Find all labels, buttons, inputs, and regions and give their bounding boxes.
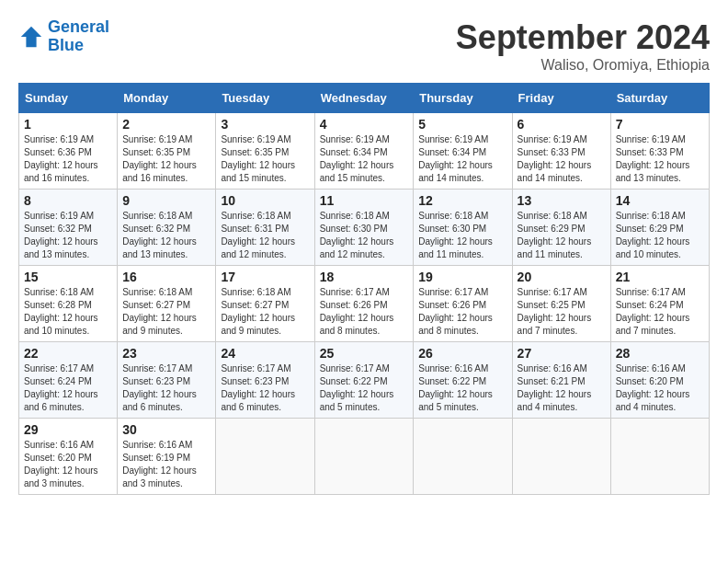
day-cell: 27 Sunrise: 6:16 AMSunset: 6:21 PMDaylig… [512, 342, 610, 419]
logo-icon [18, 24, 44, 50]
day-cell [314, 419, 414, 495]
day-detail: Sunrise: 6:19 AMSunset: 6:34 PMDaylight:… [418, 134, 493, 183]
day-cell: 4 Sunrise: 6:19 AMSunset: 6:34 PMDayligh… [314, 113, 414, 190]
location-title: Waliso, Oromiya, Ethiopia [456, 57, 710, 74]
day-number: 11 [320, 193, 409, 208]
calendar-header-row: SundayMondayTuesdayWednesdayThursdayFrid… [19, 84, 710, 113]
day-cell: 15 Sunrise: 6:18 AMSunset: 6:28 PMDaylig… [19, 266, 118, 342]
day-cell: 12 Sunrise: 6:18 AMSunset: 6:30 PMDaylig… [414, 190, 512, 266]
day-cell [512, 419, 610, 495]
col-header-tuesday: Tuesday [216, 84, 314, 113]
day-cell: 6 Sunrise: 6:19 AMSunset: 6:33 PMDayligh… [512, 113, 610, 190]
month-title: September 2024 [456, 18, 710, 57]
day-detail: Sunrise: 6:19 AMSunset: 6:35 PMDaylight:… [221, 134, 295, 183]
day-detail: Sunrise: 6:18 AMSunset: 6:29 PMDaylight:… [518, 211, 592, 259]
day-detail: Sunrise: 6:17 AMSunset: 6:23 PMDaylight:… [122, 363, 197, 412]
day-number: 12 [418, 193, 506, 208]
day-number: 7 [616, 117, 704, 132]
day-cell: 10 Sunrise: 6:18 AMSunset: 6:31 PMDaylig… [216, 190, 314, 266]
day-detail: Sunrise: 6:16 AMSunset: 6:20 PMDaylight:… [616, 363, 690, 412]
logo: General Blue [18, 18, 109, 55]
logo-line1: General [48, 17, 109, 36]
day-detail: Sunrise: 6:17 AMSunset: 6:23 PMDaylight:… [221, 363, 295, 412]
day-detail: Sunrise: 6:16 AMSunset: 6:20 PMDaylight:… [24, 440, 98, 488]
day-cell: 22 Sunrise: 6:17 AMSunset: 6:24 PMDaylig… [19, 342, 118, 419]
day-detail: Sunrise: 6:18 AMSunset: 6:32 PMDaylight:… [122, 211, 197, 259]
day-number: 16 [122, 270, 210, 284]
svg-marker-0 [21, 27, 41, 47]
day-number: 2 [122, 117, 210, 132]
day-number: 3 [221, 117, 309, 132]
day-detail: Sunrise: 6:17 AMSunset: 6:24 PMDaylight:… [616, 287, 690, 336]
col-header-thursday: Thursday [414, 84, 512, 113]
day-cell: 1 Sunrise: 6:19 AMSunset: 6:36 PMDayligh… [19, 113, 118, 190]
day-number: 18 [320, 270, 409, 284]
day-cell: 19 Sunrise: 6:17 AMSunset: 6:26 PMDaylig… [414, 266, 512, 342]
day-cell: 18 Sunrise: 6:17 AMSunset: 6:26 PMDaylig… [314, 266, 414, 342]
day-cell: 16 Sunrise: 6:18 AMSunset: 6:27 PMDaylig… [118, 266, 216, 342]
day-cell: 14 Sunrise: 6:18 AMSunset: 6:29 PMDaylig… [610, 190, 709, 266]
day-cell: 20 Sunrise: 6:17 AMSunset: 6:25 PMDaylig… [512, 266, 610, 342]
day-number: 9 [122, 193, 210, 208]
day-detail: Sunrise: 6:18 AMSunset: 6:31 PMDaylight:… [221, 211, 295, 259]
day-number: 14 [616, 193, 704, 208]
week-row-2: 8 Sunrise: 6:19 AMSunset: 6:32 PMDayligh… [19, 190, 710, 266]
day-cell: 7 Sunrise: 6:19 AMSunset: 6:33 PMDayligh… [610, 113, 709, 190]
day-detail: Sunrise: 6:16 AMSunset: 6:22 PMDaylight:… [418, 363, 493, 412]
day-detail: Sunrise: 6:17 AMSunset: 6:26 PMDaylight:… [418, 287, 493, 336]
day-detail: Sunrise: 6:17 AMSunset: 6:26 PMDaylight:… [320, 287, 394, 336]
day-detail: Sunrise: 6:18 AMSunset: 6:27 PMDaylight:… [122, 287, 197, 336]
week-row-4: 22 Sunrise: 6:17 AMSunset: 6:24 PMDaylig… [19, 342, 710, 419]
day-detail: Sunrise: 6:18 AMSunset: 6:27 PMDaylight:… [221, 287, 295, 336]
day-detail: Sunrise: 6:19 AMSunset: 6:33 PMDaylight:… [518, 134, 592, 183]
day-number: 10 [221, 193, 309, 208]
day-cell: 11 Sunrise: 6:18 AMSunset: 6:30 PMDaylig… [314, 190, 414, 266]
day-number: 6 [518, 117, 606, 132]
day-detail: Sunrise: 6:19 AMSunset: 6:32 PMDaylight:… [24, 211, 98, 259]
logo-line2: Blue [48, 36, 84, 54]
day-number: 1 [24, 117, 112, 132]
header: General Blue September 2024 Waliso, Orom… [18, 18, 710, 74]
day-number: 20 [518, 270, 606, 284]
week-row-5: 29 Sunrise: 6:16 AMSunset: 6:20 PMDaylig… [19, 419, 710, 495]
day-number: 13 [518, 193, 606, 208]
col-header-wednesday: Wednesday [314, 84, 414, 113]
day-number: 19 [418, 270, 506, 284]
day-number: 26 [418, 346, 506, 361]
day-number: 8 [24, 193, 112, 208]
day-cell: 5 Sunrise: 6:19 AMSunset: 6:34 PMDayligh… [414, 113, 512, 190]
title-area: September 2024 Waliso, Oromiya, Ethiopia [456, 18, 710, 74]
col-header-sunday: Sunday [19, 84, 118, 113]
day-number: 27 [518, 346, 606, 361]
day-detail: Sunrise: 6:19 AMSunset: 6:33 PMDaylight:… [616, 134, 690, 183]
day-number: 21 [616, 270, 704, 284]
day-cell: 30 Sunrise: 6:16 AMSunset: 6:19 PMDaylig… [118, 419, 216, 495]
day-detail: Sunrise: 6:17 AMSunset: 6:22 PMDaylight:… [320, 363, 394, 412]
day-detail: Sunrise: 6:19 AMSunset: 6:34 PMDaylight:… [320, 134, 394, 183]
day-cell [610, 419, 709, 495]
col-header-saturday: Saturday [610, 84, 709, 113]
day-detail: Sunrise: 6:17 AMSunset: 6:25 PMDaylight:… [518, 287, 592, 336]
day-cell: 3 Sunrise: 6:19 AMSunset: 6:35 PMDayligh… [216, 113, 314, 190]
day-cell: 8 Sunrise: 6:19 AMSunset: 6:32 PMDayligh… [19, 190, 118, 266]
day-detail: Sunrise: 6:16 AMSunset: 6:21 PMDaylight:… [518, 363, 592, 412]
day-number: 28 [616, 346, 704, 361]
day-detail: Sunrise: 6:18 AMSunset: 6:30 PMDaylight:… [320, 211, 394, 259]
day-cell [216, 419, 314, 495]
col-header-friday: Friday [512, 84, 610, 113]
day-detail: Sunrise: 6:16 AMSunset: 6:19 PMDaylight:… [122, 440, 197, 488]
day-number: 23 [122, 346, 210, 361]
day-cell: 21 Sunrise: 6:17 AMSunset: 6:24 PMDaylig… [610, 266, 709, 342]
week-row-1: 1 Sunrise: 6:19 AMSunset: 6:36 PMDayligh… [19, 113, 710, 190]
day-cell: 17 Sunrise: 6:18 AMSunset: 6:27 PMDaylig… [216, 266, 314, 342]
calendar-table: SundayMondayTuesdayWednesdayThursdayFrid… [18, 83, 710, 495]
day-number: 25 [320, 346, 409, 361]
day-number: 15 [24, 270, 112, 284]
day-number: 17 [221, 270, 309, 284]
day-number: 5 [418, 117, 506, 132]
day-cell: 2 Sunrise: 6:19 AMSunset: 6:35 PMDayligh… [118, 113, 216, 190]
day-cell: 13 Sunrise: 6:18 AMSunset: 6:29 PMDaylig… [512, 190, 610, 266]
day-detail: Sunrise: 6:17 AMSunset: 6:24 PMDaylight:… [24, 363, 98, 412]
day-cell: 9 Sunrise: 6:18 AMSunset: 6:32 PMDayligh… [118, 190, 216, 266]
day-detail: Sunrise: 6:18 AMSunset: 6:29 PMDaylight:… [616, 211, 690, 259]
